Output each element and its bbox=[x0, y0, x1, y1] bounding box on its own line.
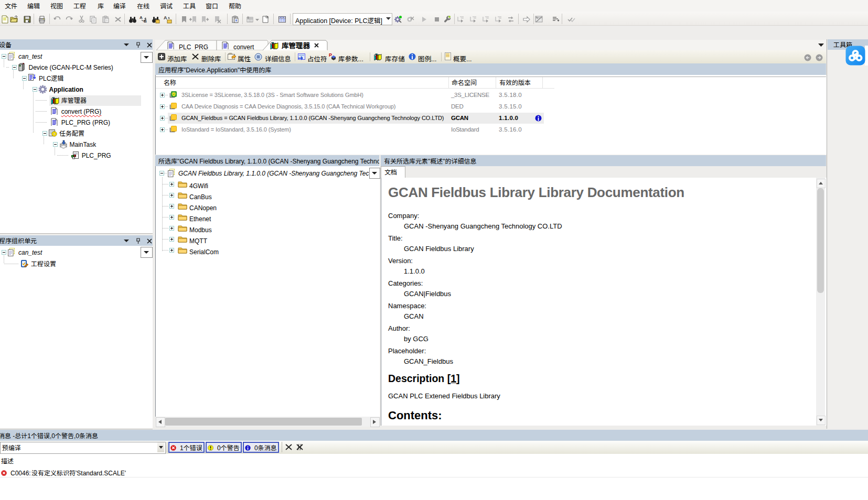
svg-text:A: A bbox=[140, 15, 143, 20]
svg-text:B: B bbox=[144, 18, 147, 24]
svg-text:A: A bbox=[164, 15, 167, 21]
